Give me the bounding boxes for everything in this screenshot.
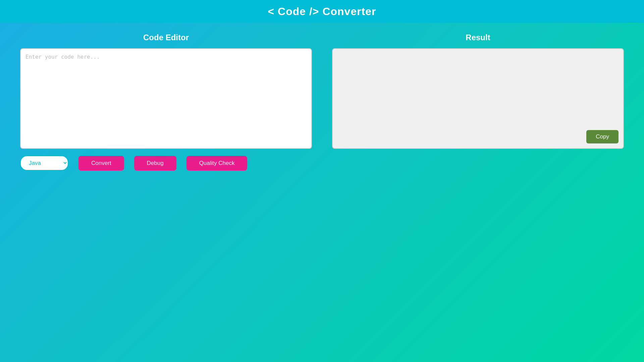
code-editor-title: Code Editor <box>20 33 312 42</box>
code-editor-column: Code Editor Java Python JavaScript C++ C… <box>20 33 312 171</box>
convert-button[interactable]: Convert <box>78 156 124 171</box>
result-box: Copy <box>332 48 624 149</box>
language-select[interactable]: Java Python JavaScript C++ C# Go Rust <box>20 156 68 171</box>
app-title: < Code /> Converter <box>268 5 376 18</box>
debug-button[interactable]: Debug <box>134 156 176 171</box>
main-content: Code Editor Java Python JavaScript C++ C… <box>0 23 644 362</box>
result-title: Result <box>332 33 624 42</box>
code-editor-input[interactable] <box>20 48 312 149</box>
editor-toolbar: Java Python JavaScript C++ C# Go Rust Co… <box>20 156 312 171</box>
editor-columns: Code Editor Java Python JavaScript C++ C… <box>20 33 624 171</box>
quality-check-button[interactable]: Quality Check <box>186 156 248 171</box>
copy-button[interactable]: Copy <box>586 130 619 143</box>
result-column: Result Copy <box>332 33 624 171</box>
app-header: < Code /> Converter <box>0 0 644 23</box>
